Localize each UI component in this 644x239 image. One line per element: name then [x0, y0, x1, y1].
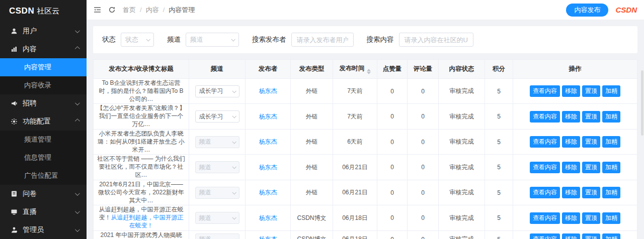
remove-button[interactable]: 移除 [562, 162, 580, 173]
remove-button[interactable]: 移除 [562, 212, 580, 224]
view-content-button[interactable]: 查看内容 [530, 187, 560, 198]
publish-content-button[interactable]: 内容发布 [566, 4, 608, 17]
feature-button[interactable]: 加精 [602, 233, 620, 239]
collapse-sidebar-icon[interactable] [94, 6, 101, 14]
recruit-icon [10, 100, 18, 107]
sidebar-item-live[interactable]: 直播 [0, 203, 87, 221]
content-title-link[interactable]: 从追赶到超越，中国开源正在蜕变！ [111, 214, 184, 229]
sidebar-item-survey[interactable]: 问卷 [0, 185, 87, 203]
pin-top-button[interactable]: 置顶 [582, 233, 600, 239]
row-channel-value: 成长学习 [199, 87, 223, 95]
view-content-button[interactable]: 查看内容 [530, 111, 560, 123]
row-channel-select[interactable]: 成长学习 [195, 85, 239, 97]
feature-button[interactable]: 加精 [602, 187, 620, 198]
refresh-icon[interactable] [108, 6, 116, 14]
cell-publish-time: 7天前 [333, 79, 377, 104]
pin-top-button[interactable]: 置顶 [582, 85, 600, 97]
channel-filter-label: 频道 [167, 35, 181, 44]
publisher-link[interactable]: 杨东杰 [259, 87, 277, 94]
cell-points: 5 [485, 205, 513, 230]
feature-button[interactable]: 加精 [602, 212, 620, 224]
publisher-link[interactable]: 杨东杰 [259, 235, 277, 239]
view-content-button[interactable]: 查看内容 [530, 212, 560, 224]
view-content-button[interactable]: 查看内容 [530, 233, 560, 239]
row-channel-value: 成长学习 [199, 112, 223, 121]
row-channel-select[interactable]: 频道 [195, 187, 239, 199]
cell-publish-type: 外链 [291, 79, 333, 104]
row-channel-select[interactable]: 频道 [195, 212, 239, 224]
channel-filter-select[interactable]: 频道 [186, 33, 239, 47]
feature-button[interactable]: 加精 [602, 85, 620, 97]
content-search-input[interactable] [399, 33, 473, 47]
column-header-label: 操作 [569, 65, 582, 72]
remove-button[interactable]: 移除 [562, 233, 580, 239]
logo-brand-text: CSDN [9, 6, 34, 16]
sidebar-subitem-ad-config[interactable]: 广告位配置 [0, 167, 87, 185]
view-content-button[interactable]: 查看内容 [530, 136, 560, 148]
cell-publisher: 杨东杰 [246, 155, 291, 180]
publisher-link[interactable]: 杨东杰 [259, 138, 277, 145]
feature-button[interactable]: 加精 [602, 162, 620, 173]
column-header-label: 发布文本/收录博文标题 [109, 65, 173, 72]
view-content-button[interactable]: 查看内容 [530, 85, 560, 97]
breadcrumb-separator: / [163, 6, 165, 14]
breadcrumb: 首页/内容/内容管理 [123, 6, 195, 15]
cell-comment-count: 0 [408, 205, 439, 230]
breadcrumb-item[interactable]: 首页 [123, 6, 136, 15]
cell-title: 2021年6月21日，中国北京——微软公司今天宣布，2022新财年其大中… [94, 180, 189, 205]
feature-button[interactable]: 加精 [602, 136, 620, 148]
chevron-down-icon [75, 100, 80, 105]
sidebar-subitem-channel-manage[interactable]: 频道管理 [0, 131, 87, 149]
row-channel-select[interactable]: 频道 [195, 161, 239, 173]
sidebar-subitem-content-manage[interactable]: 内容管理 [0, 58, 87, 76]
sidebar-item-recruit[interactable]: 招聘 [0, 94, 87, 112]
pin-top-button[interactable]: 置顶 [582, 212, 600, 224]
status-filter-select[interactable]: 状态 [121, 33, 154, 47]
view-content-button[interactable]: 查看内容 [530, 162, 560, 173]
column-header[interactable]: 发布时间 [333, 60, 377, 79]
row-channel-select[interactable]: 频道 [195, 136, 239, 148]
app-logo: CSDN 社区云 [0, 0, 87, 22]
chevron-down-icon [232, 89, 236, 93]
breadcrumb-item[interactable]: 内容 [146, 6, 159, 15]
cell-publish-type: CSDN博文 [291, 205, 333, 230]
sidebar-item-feature-config[interactable]: 功能配置 [0, 112, 87, 131]
cell-actions: 查看内容移除置顶加精 [513, 155, 637, 180]
publisher-link[interactable]: 杨东杰 [259, 164, 277, 171]
row-channel-select[interactable]: 成长学习 [195, 110, 239, 123]
pin-top-button[interactable]: 置顶 [582, 162, 600, 173]
pin-top-button[interactable]: 置顶 [582, 136, 600, 148]
sidebar-item-user[interactable]: 用户 [0, 22, 87, 40]
pin-top-button[interactable]: 置顶 [582, 187, 600, 198]
publisher-link[interactable]: 杨东杰 [259, 189, 277, 196]
chevron-down-icon [232, 165, 236, 169]
cell-channel: 频道 [189, 230, 246, 239]
column-header: 评论量 [408, 60, 439, 79]
sidebar-item-admin[interactable]: 管理员 [0, 221, 87, 239]
row-channel-select[interactable]: 频道 [195, 233, 239, 239]
cell-publisher: 杨东杰 [246, 180, 291, 205]
publisher-link[interactable]: 杨东杰 [259, 214, 277, 221]
channel-filter-group: 频道 频道 [167, 33, 239, 47]
admin-icon [10, 226, 18, 234]
sidebar-item-label: 管理员 [23, 225, 75, 234]
publisher-search-input[interactable] [291, 33, 354, 47]
sidebar-item-content[interactable]: 内容 [0, 40, 87, 58]
content-table-card: 发布文本/收录博文标题频道发布者发布类型发布时间点赞量评论量内容状态积分操作 T… [93, 59, 637, 239]
remove-button[interactable]: 移除 [562, 136, 580, 148]
scrollbar[interactable] [641, 70, 643, 136]
cell-points: 5 [485, 79, 513, 104]
cell-actions: 查看内容移除置顶加精 [513, 129, 637, 154]
remove-button[interactable]: 移除 [562, 187, 580, 198]
pin-top-button[interactable]: 置顶 [582, 111, 600, 123]
feature-button[interactable]: 加精 [602, 111, 620, 123]
status-filter-group: 状态 状态 [102, 33, 154, 47]
remove-button[interactable]: 移除 [562, 111, 580, 123]
cell-content-status: 审核完成 [439, 79, 485, 104]
table-row: 社区不等于营销 —— 为什么我们要社区化，而不仅是市场化？社区…频道杨东杰外链0… [94, 155, 637, 180]
sidebar-subitem-content-collect[interactable]: 内容收录 [0, 76, 87, 94]
sidebar-subitem-info-manage[interactable]: 信息管理 [0, 149, 87, 167]
remove-button[interactable]: 移除 [562, 85, 580, 97]
publisher-link[interactable]: 杨东杰 [259, 113, 277, 120]
cell-points: 5 [485, 129, 513, 154]
